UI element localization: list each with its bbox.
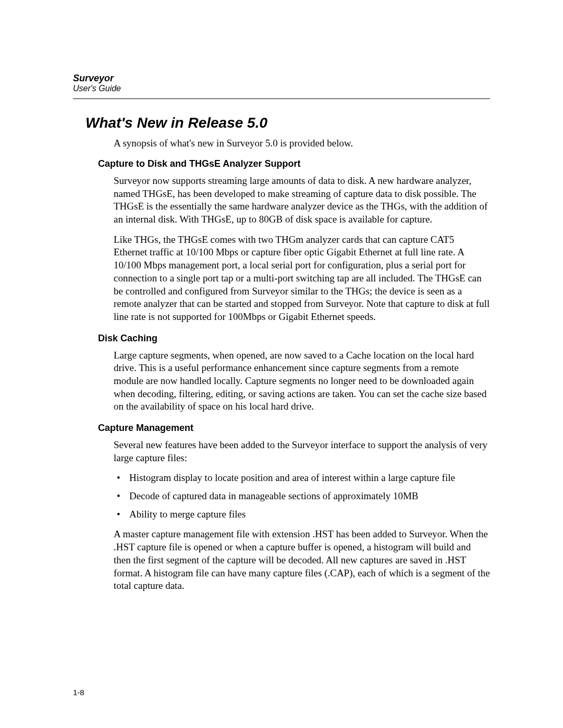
section-heading-disk-caching: Disk Caching bbox=[98, 333, 490, 344]
page-number: 1-8 bbox=[73, 688, 84, 697]
body-paragraph: Large capture segments, when opened, are… bbox=[114, 349, 490, 413]
main-heading: What's New in Release 5.0 bbox=[85, 115, 490, 131]
header-subtitle: User's Guide bbox=[73, 84, 490, 93]
section-heading-capture-management: Capture Management bbox=[98, 423, 490, 434]
body-paragraph: A master capture management file with ex… bbox=[114, 528, 490, 592]
intro-text: A synopsis of what's new in Surveyor 5.0… bbox=[114, 138, 490, 149]
header-divider bbox=[73, 98, 490, 99]
body-paragraph: Surveyor now supports streaming large am… bbox=[114, 175, 490, 226]
bullet-list: Histogram display to locate position and… bbox=[114, 472, 490, 521]
list-item: Histogram display to locate position and… bbox=[114, 472, 490, 485]
list-item: Ability to merge capture files bbox=[114, 508, 490, 521]
document-header: Surveyor User's Guide bbox=[73, 73, 490, 93]
list-item: Decode of captured data in manageable se… bbox=[114, 490, 490, 503]
body-paragraph: Several new features have been added to … bbox=[114, 439, 490, 464]
body-paragraph: Like THGs, the THGsE comes with two THGm… bbox=[114, 233, 490, 324]
section-heading-capture-disk: Capture to Disk and THGsE Analyzer Suppo… bbox=[98, 158, 490, 169]
header-title: Surveyor bbox=[73, 73, 490, 84]
